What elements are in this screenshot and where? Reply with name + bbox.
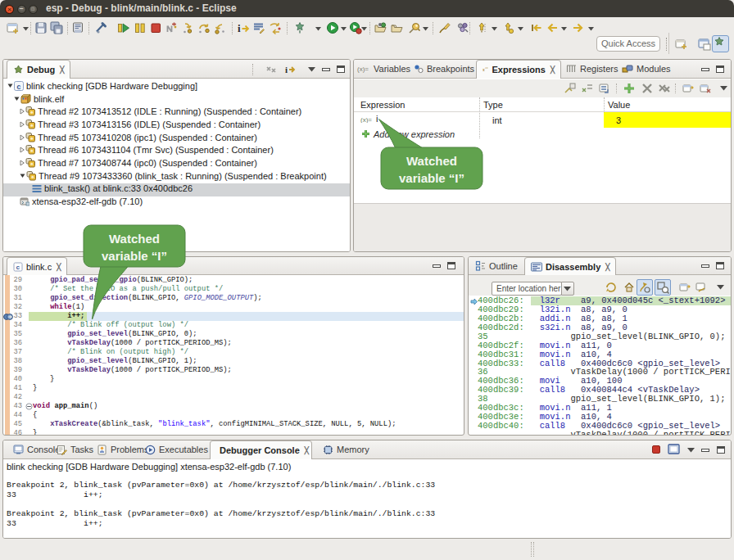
- svg-text:variable “I”: variable “I”: [399, 171, 464, 185]
- svg-text:Watched: Watched: [406, 154, 457, 168]
- svg-text:Watched: Watched: [109, 232, 160, 246]
- svg-text:variable “I”: variable “I”: [102, 249, 167, 263]
